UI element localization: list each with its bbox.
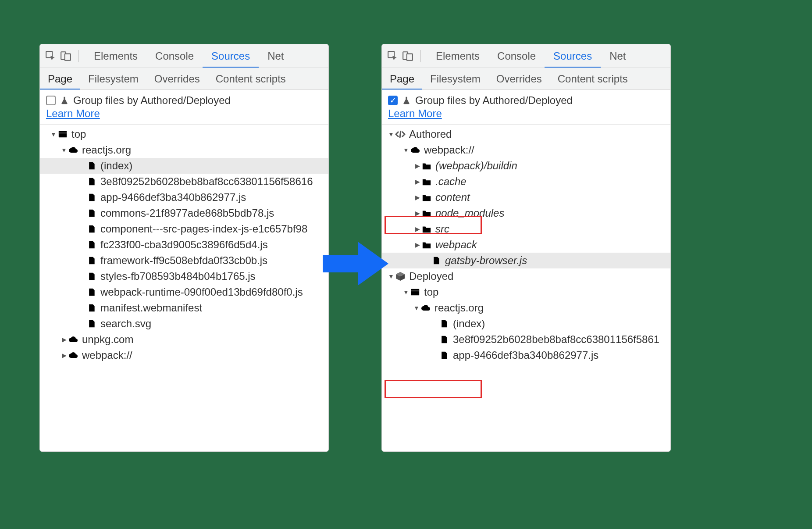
subtab-overrides[interactable]: Overrides — [488, 68, 550, 90]
learn-more-link[interactable]: Learn More — [388, 107, 442, 119]
device-toggle-icon[interactable] — [59, 50, 72, 63]
file-icon — [86, 239, 97, 250]
folder-icon — [421, 208, 432, 218]
device-toggle-icon[interactable] — [401, 50, 414, 63]
file-icon — [439, 318, 449, 329]
tree-file[interactable]: gatsby-browser.js — [382, 253, 670, 268]
tree-label: 3e8f09252b6028beb8baf8cc63801156f5861 — [453, 333, 659, 346]
subtab-filesystem[interactable]: Filesystem — [422, 68, 488, 90]
top-tabs: Elements Console Sources Net — [427, 44, 635, 68]
folder-icon — [421, 161, 432, 171]
file-icon — [86, 318, 97, 329]
tree-label: (webpack)/buildin — [435, 160, 517, 172]
file-icon — [86, 303, 97, 313]
file-icon — [86, 208, 97, 218]
tree-label: gatsby-browser.js — [445, 254, 527, 267]
tree-domain[interactable]: reactjs.org — [40, 142, 328, 158]
inspect-icon[interactable] — [44, 50, 57, 63]
sources-subtabs: Page Filesystem Overrides Content script… — [382, 68, 670, 90]
tree-label: (index) — [453, 318, 485, 330]
group-files-checkbox[interactable] — [388, 96, 398, 105]
toolbar-divider — [420, 50, 421, 62]
tree-file[interactable]: search.svg — [40, 316, 328, 332]
highlight-deployed — [385, 380, 482, 398]
file-icon — [439, 334, 449, 345]
subtab-contentscripts[interactable]: Content scripts — [208, 68, 294, 90]
tree-authored[interactable]: Authored — [382, 126, 670, 142]
tree-domain[interactable]: unpkg.com — [40, 332, 328, 347]
tree-folder[interactable]: .cache — [382, 174, 670, 189]
tree-label: webpack-runtime-090f00ed13bd69fd80f0.js — [100, 286, 303, 298]
tab-sources[interactable]: Sources — [203, 44, 259, 68]
tree-folder[interactable]: content — [382, 189, 670, 205]
tree-label: app-9466def3ba340b862977.js — [453, 349, 598, 361]
tree-folder[interactable]: webpack — [382, 237, 670, 253]
tree-folder[interactable]: (webpack)/buildin — [382, 158, 670, 174]
group-files-row: Group files by Authored/Deployed — [40, 90, 328, 107]
tree-file[interactable]: 3e8f09252b6028beb8baf8cc63801156f58616 — [40, 174, 328, 189]
sources-subtabs: Page Filesystem Overrides Content script… — [40, 68, 328, 90]
folder-icon — [421, 224, 432, 234]
tab-console[interactable]: Console — [488, 44, 545, 68]
tree-label: content — [435, 191, 470, 204]
tree-folder[interactable]: src — [382, 221, 670, 237]
tab-elements[interactable]: Elements — [85, 44, 146, 68]
tree-deployed[interactable]: Deployed — [382, 268, 670, 284]
tree-file[interactable]: fc233f00-cba3d9005c3896f6d5d4.js — [40, 237, 328, 253]
tree-label: fc233f00-cba3d9005c3896f6d5d4.js — [100, 239, 268, 251]
subtab-overrides[interactable]: Overrides — [146, 68, 208, 90]
tree-label: Authored — [409, 128, 452, 140]
tree-file[interactable]: commons-21f8977ade868b5bdb78.js — [40, 205, 328, 221]
tree-label: webpack — [435, 239, 477, 251]
tree-label: reactjs.org — [434, 302, 484, 314]
tree-file[interactable]: 3e8f09252b6028beb8baf8cc63801156f5861 — [382, 332, 670, 347]
tree-label: Deployed — [409, 270, 453, 282]
subtab-contentscripts[interactable]: Content scripts — [550, 68, 636, 90]
tree-label: webpack:// — [82, 349, 132, 361]
tab-sources[interactable]: Sources — [545, 44, 601, 68]
tab-elements[interactable]: Elements — [427, 44, 488, 68]
tree-label: top — [424, 286, 438, 298]
tree-domain[interactable]: reactjs.org — [382, 300, 670, 316]
cloud-icon — [420, 303, 431, 313]
tree-domain[interactable]: webpack:// — [40, 347, 328, 363]
tree-top[interactable]: top — [382, 284, 670, 300]
transition-arrow-icon — [323, 239, 388, 288]
devtools-panel-left: Elements Console Sources Net Page Filesy… — [39, 44, 329, 452]
tab-network[interactable]: Net — [259, 44, 292, 68]
tree-file[interactable]: component---src-pages-index-js-e1c657bf9… — [40, 221, 328, 237]
inspect-icon[interactable] — [386, 50, 399, 63]
tree-file[interactable]: (index) — [382, 316, 670, 332]
file-tree-right: Authored webpack:// (webpack)/buildin .c… — [382, 125, 670, 451]
file-icon — [86, 255, 97, 266]
toolbar-divider — [78, 50, 79, 62]
tree-file[interactable]: app-9466def3ba340b862977.js — [40, 189, 328, 205]
file-icon — [86, 161, 97, 171]
tree-file[interactable]: (index) — [40, 158, 328, 174]
subtab-page[interactable]: Page — [382, 68, 422, 90]
tab-network[interactable]: Net — [601, 44, 634, 68]
tree-domain[interactable]: webpack:// — [382, 142, 670, 158]
tree-label: node_modules — [435, 207, 504, 219]
file-icon — [86, 287, 97, 297]
folder-icon — [421, 192, 432, 203]
tree-label: component---src-pages-index-js-e1c657bf9… — [100, 223, 307, 235]
tree-file[interactable]: webpack-runtime-090f00ed13bd69fd80f0.js — [40, 284, 328, 300]
tree-label: reactjs.org — [82, 144, 131, 156]
tree-file[interactable]: styles-fb708593b484b04b1765.js — [40, 268, 328, 284]
subtab-filesystem[interactable]: Filesystem — [80, 68, 146, 90]
tree-top[interactable]: top — [40, 126, 328, 142]
tree-label: top — [71, 128, 86, 140]
tree-label: styles-fb708593b484b04b1765.js — [100, 270, 256, 282]
tree-folder[interactable]: node_modules — [382, 205, 670, 221]
subtab-page[interactable]: Page — [40, 68, 80, 90]
tab-console[interactable]: Console — [146, 44, 203, 68]
tree-file[interactable]: manifest.webmanifest — [40, 300, 328, 316]
file-tree-left: top reactjs.org (index) 3e8f09252b6028be… — [40, 125, 328, 451]
group-files-row: Group files by Authored/Deployed — [382, 90, 670, 107]
file-icon — [86, 224, 97, 234]
group-files-checkbox[interactable] — [46, 96, 56, 105]
tree-file[interactable]: app-9466def3ba340b862977.js — [382, 347, 670, 363]
learn-more-link[interactable]: Learn More — [46, 107, 100, 119]
tree-file[interactable]: framework-ff9c508ebfda0f33cb0b.js — [40, 253, 328, 268]
